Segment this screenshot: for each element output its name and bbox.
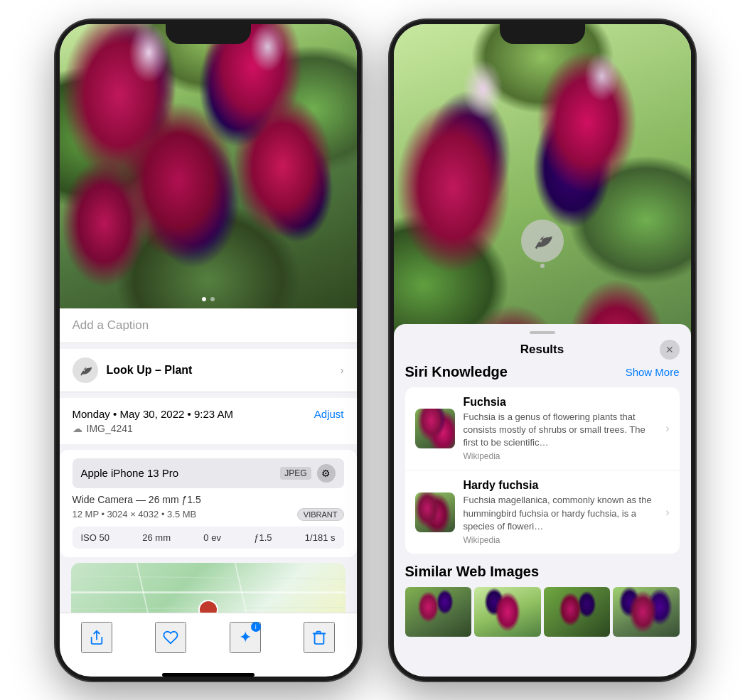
camera-specs: 12 MP • 3024 × 4032 • 3.5 MB VIBRANT bbox=[73, 508, 344, 521]
info-badge: i bbox=[251, 622, 261, 632]
toolbar: ✦ i bbox=[60, 613, 357, 667]
fuchsia-thumbnail bbox=[415, 409, 455, 448]
photo-dot-1 bbox=[202, 297, 206, 301]
home-bar bbox=[162, 673, 255, 677]
fuchsia-info: Fuchsia Fuchsia is a genus of flowering … bbox=[464, 396, 658, 462]
caption-placeholder[interactable]: Add a Caption bbox=[73, 318, 149, 332]
fuchsia-chevron: › bbox=[665, 422, 669, 435]
svg-line-1 bbox=[136, 563, 149, 613]
siri-knowledge-title: Siri Knowledge bbox=[405, 364, 508, 380]
svg-line-3 bbox=[71, 576, 345, 579]
similar-image-1[interactable] bbox=[405, 587, 472, 637]
share-button[interactable] bbox=[81, 622, 112, 653]
right-phone: Results ✕ Siri Knowledge Show More bbox=[390, 20, 695, 681]
camera-megapixels: 12 MP • 3024 × 4032 • 3.5 MB bbox=[73, 509, 197, 519]
lookup-chevron: › bbox=[341, 365, 344, 376]
meta-date-row: Monday • May 30, 2022 • 9:23 AM Adjust bbox=[73, 408, 344, 420]
cloud-icon: ☁ bbox=[73, 423, 82, 434]
similar-image-3[interactable] bbox=[544, 587, 611, 637]
hardy-fuchsia-desc: Fuchsia magellanica, commonly known as t… bbox=[464, 494, 658, 533]
hardy-fuchsia-chevron: › bbox=[665, 506, 669, 519]
trash-button[interactable] bbox=[304, 622, 335, 653]
flower-image[interactable] bbox=[60, 24, 357, 308]
camera-badges: JPEG ⚙ bbox=[280, 464, 335, 483]
results-sheet: Results ✕ Siri Knowledge Show More bbox=[394, 324, 691, 677]
fuchsia-name: Fuchsia bbox=[464, 396, 658, 409]
photo-area bbox=[60, 24, 357, 308]
meta-section: Monday • May 30, 2022 • 9:23 AM Adjust ☁… bbox=[60, 398, 357, 444]
hardy-fuchsia-source: Wikipedia bbox=[464, 535, 658, 545]
photo-dots bbox=[202, 297, 215, 301]
lookup-icon bbox=[73, 357, 98, 383]
siri-dot bbox=[540, 264, 545, 268]
filename: IMG_4241 bbox=[87, 423, 133, 434]
hardy-fuchsia-info: Hardy fuchsia Fuchsia magellanica, commo… bbox=[464, 479, 658, 545]
exif-shutter: 1/181 s bbox=[305, 532, 336, 543]
exif-iso: ISO 50 bbox=[81, 532, 109, 543]
sheet-close-button[interactable]: ✕ bbox=[660, 340, 680, 360]
info-button[interactable]: ✦ i bbox=[230, 622, 261, 653]
similar-images-title: Similar Web Images bbox=[405, 564, 680, 580]
similar-image-4[interactable] bbox=[613, 587, 680, 637]
sheet-title: Results bbox=[520, 343, 564, 357]
camera-section: Apple iPhone 13 Pro JPEG ⚙ Wide Camera —… bbox=[60, 450, 357, 557]
gear-button[interactable]: ⚙ bbox=[317, 464, 336, 483]
meta-date: Monday • May 30, 2022 • 9:23 AM bbox=[73, 408, 233, 420]
show-more-button[interactable]: Show More bbox=[626, 366, 680, 378]
svg-line-2 bbox=[235, 563, 247, 613]
similar-images-row bbox=[405, 587, 680, 637]
sheet-header: Results ✕ bbox=[394, 340, 691, 364]
camera-lens: Wide Camera — 26 mm ƒ1.5 bbox=[73, 494, 344, 505]
camera-model-row: Apple iPhone 13 Pro JPEG ⚙ bbox=[73, 458, 344, 488]
hardy-fuchsia-thumbnail bbox=[415, 492, 455, 532]
lookup-label: Look Up – Plant bbox=[107, 364, 193, 377]
photo-dot-2 bbox=[210, 297, 215, 301]
exif-focal: 26 mm bbox=[142, 532, 171, 543]
exif-aperture: ƒ1.5 bbox=[254, 532, 272, 543]
caption-area[interactable]: Add a Caption bbox=[60, 308, 357, 343]
vibrant-badge: VIBRANT bbox=[297, 508, 344, 521]
exif-row: ISO 50 26 mm 0 ev ƒ1.5 1/181 s bbox=[73, 527, 344, 549]
results-card: Fuchsia Fuchsia is a genus of flowering … bbox=[405, 387, 680, 554]
similar-image-2[interactable] bbox=[474, 587, 541, 637]
exif-ev: 0 ev bbox=[203, 532, 221, 543]
sheet-handle bbox=[530, 331, 555, 334]
lookup-row[interactable]: Look Up – Plant › bbox=[60, 349, 357, 392]
info-section: Add a Caption Look Up – Plant › Monday •… bbox=[60, 308, 357, 613]
hardy-fuchsia-name: Hardy fuchsia bbox=[464, 479, 658, 492]
meta-filename-row: ☁ IMG_4241 bbox=[73, 423, 344, 434]
heart-button[interactable] bbox=[155, 622, 186, 653]
adjust-button[interactable]: Adjust bbox=[314, 408, 344, 420]
info-icon: ✦ bbox=[239, 628, 252, 647]
result-hardy-fuchsia[interactable]: Hardy fuchsia Fuchsia magellanica, commo… bbox=[405, 470, 680, 554]
fuchsia-source: Wikipedia bbox=[464, 451, 658, 461]
left-phone: Add a Caption Look Up – Plant › Monday •… bbox=[55, 20, 361, 681]
result-fuchsia[interactable]: Fuchsia Fuchsia is a genus of flowering … bbox=[405, 387, 680, 471]
jpeg-badge: JPEG bbox=[280, 467, 311, 480]
camera-model: Apple iPhone 13 Pro bbox=[81, 467, 179, 479]
siri-knowledge-header: Siri Knowledge Show More bbox=[405, 364, 680, 380]
fuchsia-desc: Fuchsia is a genus of flowering plants t… bbox=[464, 411, 658, 450]
siri-visual-search-button[interactable] bbox=[521, 220, 564, 262]
map-area[interactable] bbox=[71, 563, 345, 613]
sheet-content[interactable]: Siri Knowledge Show More Fuchsia Fuchsia… bbox=[394, 364, 691, 677]
